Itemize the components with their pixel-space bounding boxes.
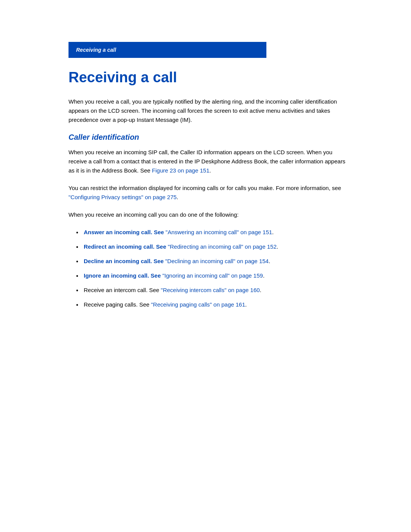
section-paragraph-1: When you receive an incoming SIP call, t… [68,148,350,175]
main-content: Receiving a call When you receive a call… [68,69,350,309]
page-container: Receiving a call Receiving a call When y… [0,42,411,532]
section-paragraph-2-pre: You can restrict the information display… [68,185,341,191]
bullet-list: Answer an incoming call. See "Answering … [76,228,350,309]
list-item: Decline an incoming call. See "Declining… [76,257,350,266]
page-title: Receiving a call [68,69,350,86]
bullet-text-6: Receive paging calls. See [84,301,151,308]
list-item: Ignore an incoming call. See "Ignoring a… [76,271,350,280]
section-paragraph-2: You can restrict the information display… [68,184,350,202]
bullet-bold-1: Answer an incoming call. See [84,229,166,235]
figure-23-link[interactable]: Figure 23 on page 151 [152,167,209,174]
redirect-call-link[interactable]: "Redirecting an incoming call" on page 1… [168,243,277,250]
bullet-bold-2: Redirect an incoming call. See [84,243,168,250]
decline-call-link[interactable]: "Declining an incoming call" on page 154 [165,258,269,264]
list-item: Receive paging calls. See "Receiving pag… [76,300,350,309]
header-bar-text: Receiving a call [76,47,116,53]
section-paragraph-2-post: . [177,194,178,200]
bullet-bold-4: Ignore an incoming call. See [84,272,162,279]
list-item: Receive an intercom call. See "Receiving… [76,286,350,295]
paging-calls-link[interactable]: "Receiving paging calls" on page 161 [151,301,245,308]
header-bar: Receiving a call [68,42,266,58]
section-paragraph-1-post: . [209,167,211,174]
list-item: Redirect an incoming call. See "Redirect… [76,242,350,251]
privacy-settings-link[interactable]: "Configuring Privacy settings" on page 2… [68,194,177,200]
bullet-bold-3: Decline an incoming call. See [84,258,165,264]
answer-call-link[interactable]: "Answering an incoming call" on page 151 [166,229,272,235]
ignore-call-link[interactable]: "Ignoring an incoming call" on page 159 [162,272,263,279]
section-heading: Caller identification [68,133,350,142]
bullet-text-5: Receive an intercom call. See [84,287,161,293]
intro-paragraph: When you receive a call, you are typical… [68,97,350,125]
section-paragraph-3: When you receive an incoming call you ca… [68,210,350,219]
intercom-call-link[interactable]: "Receiving intercom calls" on page 160 [161,287,260,293]
list-item: Answer an incoming call. See "Answering … [76,228,350,237]
